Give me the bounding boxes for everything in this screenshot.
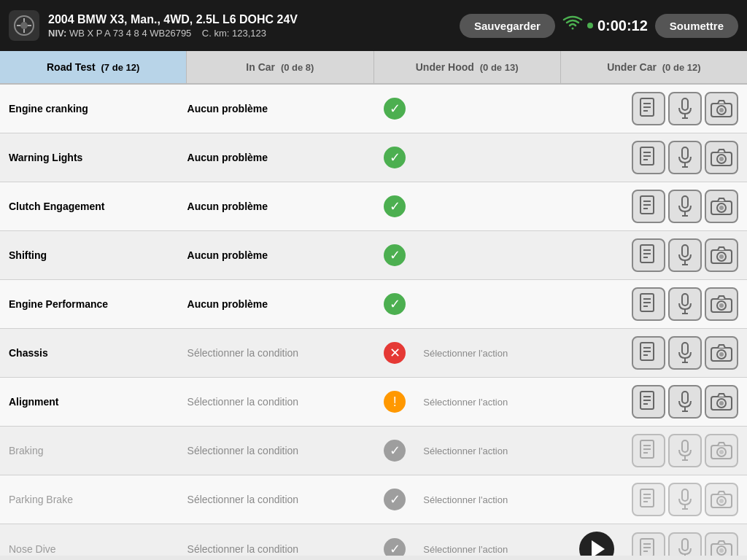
action-buttons (623, 231, 747, 280)
status-cell[interactable]: ✓ (375, 280, 414, 329)
camera-button[interactable] (705, 190, 738, 223)
doc-button[interactable] (632, 336, 665, 370)
condition-cell[interactable]: Aucun problème (179, 182, 376, 231)
camera-button (705, 434, 738, 467)
action-buttons (623, 280, 747, 329)
camera-button (705, 532, 738, 556)
camera-button[interactable] (705, 287, 738, 321)
save-button[interactable]: Sauvegarder (460, 14, 555, 38)
play-cell[interactable] (570, 524, 623, 556)
svg-rect-66 (682, 392, 688, 403)
svg-point-21 (719, 157, 724, 161)
doc-button (632, 434, 665, 467)
action-cell (414, 85, 570, 133)
action-cell[interactable]: Sélectionner l'action (414, 378, 570, 427)
condition-cell: Sélectionner la condition (179, 475, 376, 524)
action-buttons (623, 475, 747, 524)
tab-under-hood[interactable]: Under Hood (0 de 13) (374, 51, 561, 83)
condition-cell[interactable]: Sélectionner la condition (179, 329, 376, 378)
svg-point-81 (719, 450, 724, 454)
doc-button[interactable] (632, 141, 665, 174)
action-cell (414, 133, 570, 182)
wifi-dot (587, 23, 593, 28)
tab-in-car[interactable]: In Car (0 de 8) (187, 51, 374, 83)
play-button[interactable] (579, 532, 614, 556)
action-buttons (623, 378, 747, 427)
mic-button[interactable] (668, 336, 702, 370)
vehicle-title: 2004 BMW X3, Man., 4WD, 2.5L L6 DOHC 24V (48, 13, 451, 26)
doc-button[interactable] (632, 238, 665, 272)
status-icon[interactable]: ✓ (384, 98, 406, 120)
niv-label: NIV: (48, 28, 66, 39)
doc-button[interactable] (632, 92, 665, 125)
mic-button[interactable] (668, 190, 702, 223)
submit-button[interactable]: Soumettre (655, 14, 738, 38)
row-name[interactable]: Chassis (0, 329, 179, 378)
mic-button (668, 434, 702, 467)
header: 2004 BMW X3, Man., 4WD, 2.5L L6 DOHC 24V… (0, 0, 747, 51)
table-row: Braking Sélectionner la condition ✓ Séle… (0, 427, 747, 475)
camera-button[interactable] (705, 385, 738, 419)
table-row: Alignment Sélectionner la condition ! Sé… (0, 378, 747, 427)
status-icon[interactable]: ✓ (384, 440, 406, 462)
row-name[interactable]: Engine cranking (0, 85, 179, 133)
row-name[interactable]: Clutch Engagement (0, 182, 179, 231)
play-cell (570, 182, 623, 231)
tab-bar: Road Test (7 de 12) In Car (0 de 8) Unde… (0, 51, 747, 85)
status-icon[interactable]: ✓ (384, 244, 406, 266)
header-controls: Sauvegarder 0:00:12 Soumettre (460, 14, 738, 38)
condition-cell[interactable]: Sélectionner la condition (179, 378, 376, 427)
row-name[interactable]: Warning Lights (0, 133, 179, 182)
status-cell[interactable]: ✓ (375, 85, 414, 133)
doc-button[interactable] (632, 190, 665, 223)
action-cell[interactable]: Sélectionner l'action (414, 329, 570, 378)
tab-road-test[interactable]: Road Test (7 de 12) (0, 51, 187, 83)
status-cell[interactable]: ✓ (375, 475, 414, 524)
play-cell (570, 378, 623, 427)
status-icon[interactable]: ✓ (384, 538, 406, 556)
status-cell[interactable]: ✕ (375, 329, 414, 378)
svg-point-91 (719, 499, 724, 503)
tab-under-car[interactable]: Under Car (0 de 12) (561, 51, 747, 83)
status-icon[interactable]: ✓ (384, 293, 406, 315)
svg-rect-76 (682, 440, 688, 452)
action-buttons (623, 133, 747, 182)
doc-button[interactable] (632, 287, 665, 321)
action-cell[interactable]: Sélectionner l'action (414, 524, 570, 556)
status-cell[interactable]: ! (375, 378, 414, 427)
status-cell[interactable]: ✓ (375, 427, 414, 475)
camera-button[interactable] (705, 92, 738, 125)
row-name[interactable]: Alignment (0, 378, 179, 427)
camera-button[interactable] (705, 336, 738, 370)
status-icon[interactable]: ✓ (384, 195, 406, 217)
camera-button[interactable] (705, 238, 738, 272)
action-cell[interactable]: Sélectionner l'action (414, 475, 570, 524)
row-name[interactable]: Engine Performance (0, 280, 179, 329)
mic-button[interactable] (668, 238, 702, 272)
status-cell[interactable]: ✓ (375, 133, 414, 182)
action-cell (414, 231, 570, 280)
action-buttons (623, 85, 747, 133)
mic-button[interactable] (668, 141, 702, 174)
status-cell[interactable]: ✓ (375, 231, 414, 280)
row-name[interactable]: Shifting (0, 231, 179, 280)
mic-button[interactable] (668, 92, 702, 125)
action-cell[interactable]: Sélectionner l'action (414, 427, 570, 475)
condition-cell[interactable]: Aucun problème (179, 85, 376, 133)
condition-cell: Sélectionner la condition (179, 524, 376, 556)
mic-button[interactable] (668, 385, 702, 419)
status-icon[interactable]: ✕ (384, 342, 406, 364)
condition-cell[interactable]: Aucun problème (179, 280, 376, 329)
app-logo (9, 10, 39, 41)
status-cell[interactable]: ✓ (375, 524, 414, 556)
camera-button[interactable] (705, 141, 738, 174)
status-icon[interactable]: ✓ (384, 489, 406, 510)
status-cell[interactable]: ✓ (375, 182, 414, 231)
status-icon[interactable]: ! (384, 391, 406, 413)
status-icon[interactable]: ✓ (384, 147, 406, 168)
doc-button[interactable] (632, 385, 665, 419)
niv-value: WB X P A 73 4 8 4 WB26795 (69, 28, 191, 39)
condition-cell[interactable]: Aucun problème (179, 231, 376, 280)
condition-cell[interactable]: Aucun problème (179, 133, 376, 182)
mic-button[interactable] (668, 287, 702, 321)
